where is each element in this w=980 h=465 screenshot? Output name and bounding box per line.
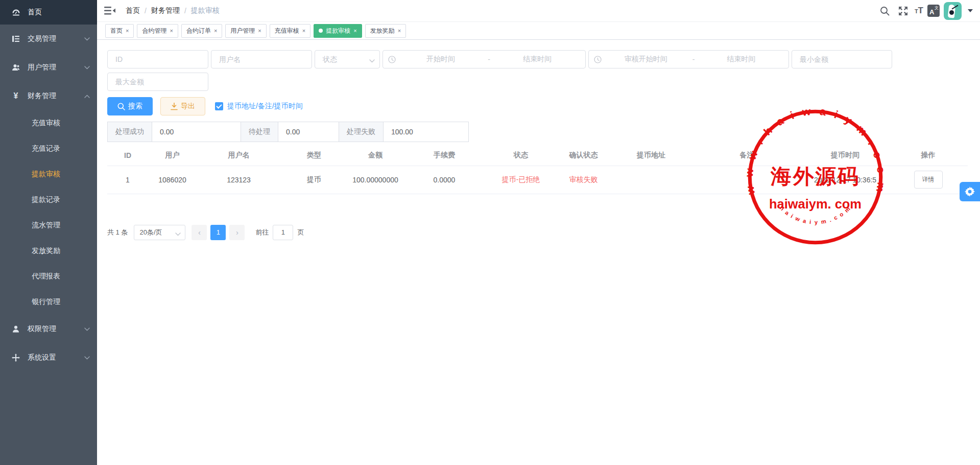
search-icon[interactable] [878, 4, 892, 18]
header-actions: TT A 文 [878, 2, 980, 20]
summary-success-label: 处理成功 [107, 122, 152, 142]
language-icon[interactable]: A 文 [927, 5, 940, 17]
finance-yen-icon: ¥ [11, 91, 20, 101]
cell-username: 123123 [197, 166, 281, 194]
sidebar: 首页 交易管理 用户管理 ¥ 财务管理 [0, 0, 97, 465]
avatar-figure-spot [949, 10, 954, 15]
sidebar-collapse-icon[interactable] [104, 6, 115, 15]
audit-time-range-picker[interactable]: 审核开始时间 - 结束时间 [588, 50, 789, 68]
col-remark: 备注 [692, 150, 802, 166]
settings-gear-button[interactable] [960, 182, 980, 201]
page-1-button[interactable]: 1 [210, 225, 226, 240]
language-glyph: A [929, 8, 934, 16]
username-input[interactable] [211, 50, 312, 68]
tag-label: 用户管理 [230, 27, 255, 35]
cell-type: 提币 [281, 166, 347, 194]
page-size-value: 20条/页 [139, 228, 162, 237]
id-input[interactable] [107, 50, 208, 68]
sidebar-item-trade[interactable]: 交易管理 [0, 25, 97, 53]
filter-row-2 [107, 73, 980, 91]
sidebar-item-home[interactable]: 首页 [0, 0, 97, 25]
sidebar-item-system[interactable]: 系统设置 [0, 343, 97, 372]
sidebar-subitem-withdraw-record[interactable]: 提款记录 [0, 187, 97, 213]
sidebar-item-label: 权限管理 [28, 324, 84, 334]
sidebar-item-permission[interactable]: 权限管理 [0, 315, 97, 343]
gear-icon [965, 187, 975, 197]
col-time: 提币时间 [802, 150, 889, 166]
sidebar-item-users[interactable]: 用户管理 [0, 53, 97, 82]
page-size-select[interactable]: 20条/页 [134, 225, 185, 240]
chevron-down-icon [84, 356, 90, 360]
close-icon[interactable]: × [126, 28, 129, 34]
breadcrumb-home[interactable]: 首页 [126, 6, 140, 15]
next-page-button[interactable]: › [229, 225, 245, 240]
status-select[interactable] [315, 50, 380, 68]
tag-contract-management[interactable]: 合约管理× [137, 24, 178, 38]
tag-reward[interactable]: 发放奖励× [365, 24, 406, 38]
system-icon [11, 353, 20, 362]
prev-page-button[interactable]: ‹ [192, 225, 207, 240]
cell-id: 1 [107, 166, 148, 194]
tag-withdraw-audit-active[interactable]: 提款审核× [314, 24, 362, 38]
chevron-down-icon [84, 66, 90, 69]
range-separator: - [484, 55, 494, 63]
tag-label: 提款审核 [326, 27, 350, 35]
sidebar-subitem-reward[interactable]: 发放奖励 [0, 238, 97, 264]
summary-success-value: 0.00 [152, 122, 241, 142]
goto-page: 前往 页 [255, 225, 304, 240]
font-size-icon[interactable]: TT [915, 6, 923, 16]
time-range-picker[interactable]: 开始时间 - 结束时间 [383, 50, 586, 68]
cell-time: 2020-12-17 10:36:5 [802, 166, 889, 194]
close-icon[interactable]: × [258, 28, 261, 34]
active-dot [319, 29, 323, 33]
detail-button[interactable]: 详情 [914, 171, 943, 189]
sidebar-subitem-recharge-audit[interactable]: 充值审核 [0, 110, 97, 136]
close-icon[interactable]: × [398, 28, 401, 34]
user-menu-caret-icon[interactable] [968, 9, 973, 12]
tag-home[interactable]: 首页× [105, 24, 134, 38]
status-select-input[interactable] [315, 50, 380, 68]
checkbox-label: 提币地址/备注/提币时间 [227, 102, 303, 111]
sidebar-item-finance[interactable]: ¥ 财务管理 [0, 82, 97, 110]
avatar[interactable] [944, 2, 962, 20]
export-button[interactable]: 导出 [160, 97, 205, 115]
font-size-big-t: T [918, 6, 923, 16]
tag-contract-orders[interactable]: 合约订单× [181, 24, 222, 38]
breadcrumb-finance[interactable]: 财务管理 [151, 6, 180, 15]
tag-recharge-audit[interactable]: 充值审核× [270, 24, 310, 38]
clock-icon [388, 56, 396, 63]
pagination-total: 共 1 条 [107, 228, 128, 237]
end-time-placeholder: 结束时间 [494, 55, 580, 64]
withdraw-table: ID 用户 用户名 类型 金额 手续费 状态 确认状态 提币地址 备注 提币时间… [107, 150, 968, 194]
address-remark-time-checkbox[interactable]: 提币地址/备注/提币时间 [215, 102, 303, 111]
cell-action: 详情 [889, 166, 968, 194]
tag-user-management[interactable]: 用户管理× [225, 24, 266, 38]
close-icon[interactable]: × [302, 28, 305, 34]
filter-row-1: 开始时间 - 结束时间 审核开始时间 - 结束时间 [107, 50, 980, 68]
sidebar-subitem-withdraw-audit[interactable]: 提款审核 [0, 161, 97, 187]
pagination: 共 1 条 20条/页 ‹ 1 › 前往 页 [107, 225, 980, 240]
permission-icon [11, 324, 20, 334]
sidebar-subitem-bank-management[interactable]: 银行管理 [0, 289, 97, 315]
tags-view-bar: 首页× 合约管理× 合约订单× 用户管理× 充值审核× 提款审核× 发放奖励× [97, 22, 980, 40]
close-icon[interactable]: × [353, 28, 356, 34]
goto-page-input[interactable] [273, 225, 293, 240]
sidebar-subitem-recharge-record[interactable]: 充值记录 [0, 136, 97, 161]
min-amount-input[interactable] [792, 50, 892, 68]
search-icon [117, 103, 125, 110]
dashboard-icon [11, 8, 20, 17]
checkbox-checked-icon[interactable] [215, 102, 223, 110]
main-content: 开始时间 - 结束时间 审核开始时间 - 结束时间 搜索 导出 [97, 40, 980, 465]
sidebar-subitem-agent-report[interactable]: 代理报表 [0, 264, 97, 289]
sidebar-submenu-finance: 充值审核 充值记录 提款审核 提款记录 流水管理 发放奖励 代理报表 银行管理 [0, 110, 97, 315]
max-amount-input[interactable] [107, 73, 208, 91]
close-icon[interactable]: × [214, 28, 217, 34]
fullscreen-icon[interactable] [896, 4, 911, 18]
goto-label: 前往 [255, 228, 269, 237]
close-icon[interactable]: × [170, 28, 173, 34]
cell-status: 提币-已拒绝 [485, 166, 557, 194]
clock-icon [594, 56, 602, 63]
sidebar-subitem-flow-management[interactable]: 流水管理 [0, 213, 97, 238]
search-button[interactable]: 搜索 [107, 97, 153, 115]
breadcrumb: 首页 / 财务管理 / 提款审核 [126, 6, 220, 15]
